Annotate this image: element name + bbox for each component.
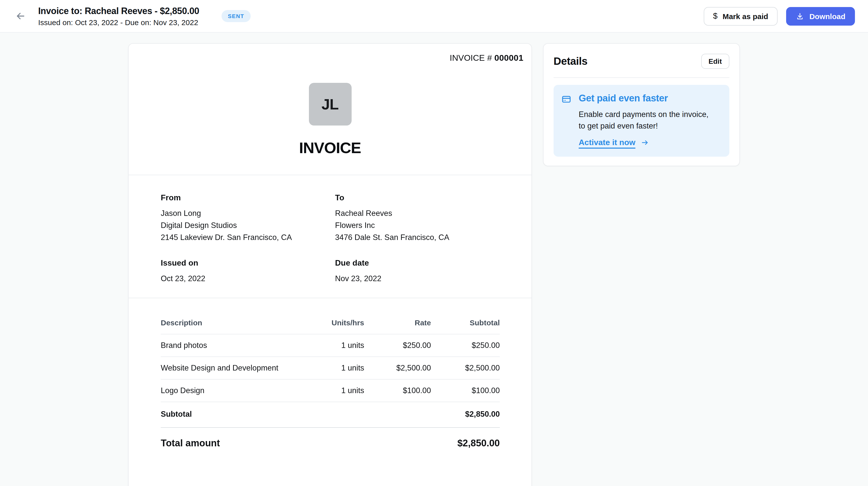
credit-card-icon xyxy=(562,93,579,147)
to-name: Racheal Reeves xyxy=(335,207,499,219)
from-label: From xyxy=(161,193,335,202)
company-logo: JL xyxy=(309,83,351,126)
invoice-preview-card: INVOICE # 000001 JL INVOICE From Jason L… xyxy=(128,43,532,486)
cell-subtotal: $250.00 xyxy=(431,334,500,357)
details-divider xyxy=(554,77,730,78)
mark-as-paid-button[interactable]: $ Mark as paid xyxy=(704,7,778,25)
table-row: Brand photos 1 units $250.00 $250.00 xyxy=(161,334,500,357)
page-title: Invoice to: Racheal Reeves - $2,850.00 xyxy=(38,5,199,16)
promo-body-text: Enable card payments on the invoice, to … xyxy=(579,108,710,132)
subtotal-label: Subtotal xyxy=(161,402,431,427)
issued-on-value: Oct 23, 2022 xyxy=(161,272,335,285)
invoice-number-value: 000001 xyxy=(494,53,523,63)
due-date-value: Nov 23, 2022 xyxy=(335,272,499,285)
promo-link-row: Activate it now xyxy=(579,138,720,147)
cell-description: Website Design and Development xyxy=(161,357,314,379)
promo-content: Get paid even faster Enable card payment… xyxy=(579,93,720,147)
issued-on-label: Issued on xyxy=(161,259,335,268)
mark-as-paid-label: Mark as paid xyxy=(722,12,768,20)
edit-button[interactable]: Edit xyxy=(701,54,730,69)
from-name: Jason Long xyxy=(161,207,335,219)
cell-rate: $2,500.00 xyxy=(364,357,431,379)
from-company: Digital Design Studios xyxy=(161,219,335,231)
invoice-number-label: INVOICE # xyxy=(450,53,492,63)
table-header-row: Description Units/hrs Rate Subtotal xyxy=(161,318,500,334)
subtotal-value: $2,850.00 xyxy=(431,402,500,427)
invoice-number: INVOICE # 000001 xyxy=(136,53,523,64)
invoice-header-section: INVOICE # 000001 JL INVOICE xyxy=(129,44,531,175)
details-title: Details xyxy=(554,55,587,67)
line-items-table: Description Units/hrs Rate Subtotal Bran… xyxy=(161,318,500,457)
issued-on-block: Issued on Oct 23, 2022 xyxy=(161,259,335,285)
cell-rate: $250.00 xyxy=(364,334,431,357)
cell-subtotal: $2,500.00 xyxy=(431,357,500,379)
details-panel: Details Edit Get paid even faster Enable… xyxy=(543,43,740,166)
to-label: To xyxy=(335,193,499,202)
col-header-subtotal: Subtotal xyxy=(431,318,500,334)
to-block: To Racheal Reeves Flowers Inc 3476 Dale … xyxy=(335,193,499,244)
invoice-parties-section: From Jason Long Digital Design Studios 2… xyxy=(129,175,531,298)
total-label: Total amount xyxy=(161,427,431,457)
cell-description: Brand photos xyxy=(161,334,314,357)
app-root: Invoice to: Racheal Reeves - $2,850.00 I… xyxy=(0,0,868,486)
to-company: Flowers Inc xyxy=(335,219,499,231)
subtotal-row: Subtotal $2,850.00 xyxy=(161,402,500,427)
download-icon xyxy=(796,12,804,20)
cell-description: Logo Design xyxy=(161,379,314,402)
cell-subtotal: $100.00 xyxy=(431,379,500,402)
status-badge: SENT xyxy=(221,10,251,22)
back-arrow-icon xyxy=(15,10,26,22)
promo-title: Get paid even faster xyxy=(579,93,720,104)
cell-units: 1 units xyxy=(314,334,364,357)
page-subtitle: Issued on: Oct 23, 2022 - Due on: Nov 23… xyxy=(38,18,199,27)
download-button[interactable]: Download xyxy=(786,7,855,25)
from-block: From Jason Long Digital Design Studios 2… xyxy=(161,193,335,244)
table-row: Website Design and Development 1 units $… xyxy=(161,357,500,379)
company-logo-initials: JL xyxy=(321,96,339,113)
back-button[interactable] xyxy=(11,6,30,26)
cell-units: 1 units xyxy=(314,379,364,402)
activate-it-now-link[interactable]: Activate it now xyxy=(579,138,636,147)
dollar-icon: $ xyxy=(713,12,718,20)
from-address: 2145 Lakeview Dr. San Francisco, CA xyxy=(161,231,335,244)
download-label: Download xyxy=(809,12,845,20)
details-panel-header: Details Edit xyxy=(554,54,730,69)
cell-units: 1 units xyxy=(314,357,364,379)
header-title-block: Invoice to: Racheal Reeves - $2,850.00 I… xyxy=(38,5,199,27)
total-row: Total amount $2,850.00 xyxy=(161,427,500,457)
to-address: 3476 Dale St. San Francisco, CA xyxy=(335,231,499,244)
due-date-label: Due date xyxy=(335,259,499,268)
main-content: INVOICE # 000001 JL INVOICE From Jason L… xyxy=(0,33,868,486)
table-row: Logo Design 1 units $100.00 $100.00 xyxy=(161,379,500,402)
invoice-document-title: INVOICE xyxy=(136,139,523,157)
right-arrow-icon xyxy=(641,138,649,147)
top-header-bar: Invoice to: Racheal Reeves - $2,850.00 I… xyxy=(0,0,868,33)
total-value: $2,850.00 xyxy=(431,427,500,457)
due-date-block: Due date Nov 23, 2022 xyxy=(335,259,499,285)
col-header-units: Units/hrs xyxy=(314,318,364,334)
col-header-description: Description xyxy=(161,318,314,334)
cell-rate: $100.00 xyxy=(364,379,431,402)
invoice-line-items-section: Description Units/hrs Rate Subtotal Bran… xyxy=(129,298,531,457)
get-paid-faster-promo: Get paid even faster Enable card payment… xyxy=(554,85,730,157)
col-header-rate: Rate xyxy=(364,318,431,334)
